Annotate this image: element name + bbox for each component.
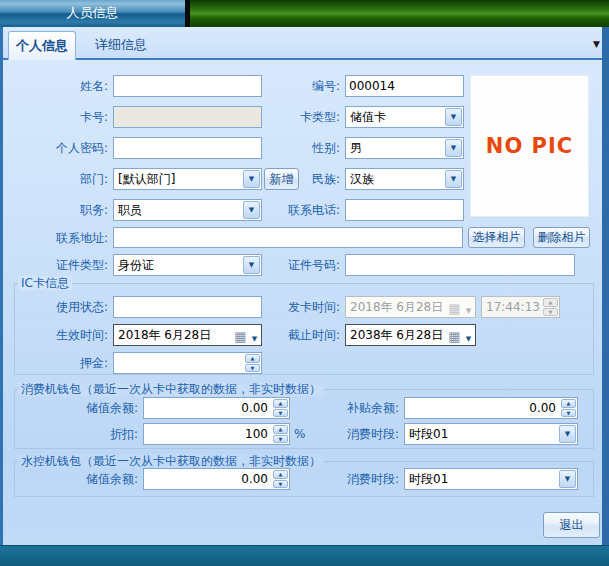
exit-button[interactable]: 退出 xyxy=(543,512,600,538)
effective-time-label: 生效时间: xyxy=(5,324,108,346)
spin-down-icon xyxy=(543,308,558,317)
water-stored-balance-spinner[interactable]: 0.00 xyxy=(143,468,290,490)
stored-balance-spinner[interactable]: 0.00 xyxy=(143,397,290,419)
position-label: 职务: xyxy=(5,199,108,221)
spin-down-icon[interactable] xyxy=(245,364,260,373)
consume-period-select[interactable]: 时段01 xyxy=(404,423,578,445)
card-type-label: 卡类型: xyxy=(240,106,340,128)
chevron-down-icon[interactable] xyxy=(593,40,600,49)
water-period-value: 时段01 xyxy=(405,469,558,489)
chevron-down-icon[interactable] xyxy=(445,139,462,157)
tab-personal-info[interactable]: 个人信息 xyxy=(8,31,76,60)
ethnicity-value: 汉族 xyxy=(346,169,444,189)
discount-label: 折扣: xyxy=(10,423,138,445)
status-bar xyxy=(0,545,609,566)
water-stored-balance-value: 0.00 xyxy=(144,469,272,489)
water-period-label: 消费时段: xyxy=(295,468,399,490)
select-photo-button-label: 选择相片 xyxy=(473,229,521,246)
ic-card-group-title: IC卡信息 xyxy=(18,276,72,290)
window-left-edge xyxy=(0,27,3,545)
spin-down-icon[interactable] xyxy=(273,435,288,444)
gender-select[interactable]: 男 xyxy=(345,137,464,159)
titlebar: 人员信息 xyxy=(0,0,609,27)
chevron-down-icon[interactable] xyxy=(559,425,576,443)
spin-up-icon[interactable] xyxy=(245,354,260,363)
chevron-down-icon[interactable] xyxy=(462,326,475,345)
number-input[interactable] xyxy=(345,75,464,97)
tabstrip: 个人信息 详细信息 xyxy=(0,27,609,60)
deposit-label: 押金: xyxy=(5,352,108,374)
stored-balance-label: 储值余额: xyxy=(10,397,138,419)
spin-down-icon[interactable] xyxy=(561,409,576,418)
department-value: [默认部门] xyxy=(114,169,242,189)
window-tab-personnel[interactable]: 人员信息 xyxy=(0,0,185,27)
consume-period-value: 时段01 xyxy=(405,424,558,444)
card-type-select[interactable]: 储值卡 xyxy=(345,106,464,128)
discount-value: 100 xyxy=(144,424,272,444)
password-label: 个人密码: xyxy=(5,137,108,159)
water-stored-balance-label: 储值余额: xyxy=(10,468,138,490)
chevron-down-icon[interactable] xyxy=(445,108,462,126)
card-no-label: 卡号: xyxy=(5,106,108,128)
tab-detail-info-label: 详细信息 xyxy=(95,37,147,52)
water-period-select[interactable]: 时段01 xyxy=(404,468,578,490)
no-pic-text: NO PIC xyxy=(486,134,573,158)
issue-date-picker: 2018年 6月28日 xyxy=(345,296,476,318)
expiry-date-picker[interactable]: 2038年 6月28日 xyxy=(345,324,476,346)
address-input[interactable] xyxy=(113,227,463,248)
chevron-down-icon[interactable] xyxy=(445,170,462,188)
position-value: 职员 xyxy=(114,200,242,220)
subsidy-balance-spinner[interactable]: 0.00 xyxy=(404,397,578,419)
id-type-value: 身份证 xyxy=(114,255,242,275)
chevron-down-icon[interactable] xyxy=(559,470,576,488)
issue-time-spinner: 17:44:13 xyxy=(481,296,560,318)
select-photo-button[interactable]: 选择相片 xyxy=(468,227,525,248)
window-title: 人员信息 xyxy=(67,5,119,20)
delete-photo-button[interactable]: 删除相片 xyxy=(533,227,590,248)
issue-time-value: 17:44:13 xyxy=(482,297,542,317)
spin-down-icon[interactable] xyxy=(273,409,288,418)
delete-photo-button-label: 删除相片 xyxy=(538,229,586,246)
tab-personal-info-label: 个人信息 xyxy=(16,38,68,53)
spin-up-icon[interactable] xyxy=(273,399,288,408)
spin-up-icon xyxy=(543,298,558,307)
expiry-date-value: 2038年 6月28日 xyxy=(346,327,447,344)
spin-up-icon[interactable] xyxy=(273,470,288,479)
personnel-info-window: 人员信息 个人信息 详细信息 姓名: 编号: NO PIC 卡号: 卡类型: 储… xyxy=(0,0,609,566)
subsidy-balance-value: 0.00 xyxy=(405,398,560,418)
spin-down-icon[interactable] xyxy=(273,480,288,489)
spin-up-icon[interactable] xyxy=(273,425,288,434)
consume-period-label: 消费时段: xyxy=(295,423,399,445)
titlebar-green-strip xyxy=(190,0,609,27)
ethnicity-select[interactable]: 汉族 xyxy=(345,168,464,190)
spin-up-icon[interactable] xyxy=(561,399,576,408)
id-type-label: 证件类型: xyxy=(5,254,108,276)
name-label: 姓名: xyxy=(5,75,108,97)
discount-spinner[interactable]: 100 xyxy=(143,423,290,445)
id-number-label: 证件号码: xyxy=(240,254,340,276)
card-type-value: 储值卡 xyxy=(346,107,444,127)
calendar-icon xyxy=(447,326,462,345)
window-right-edge xyxy=(602,27,609,545)
deposit-value xyxy=(114,353,244,373)
consumer-wallet-group-title: 消费机钱包（最近一次从卡中获取的数据，非实时数据） xyxy=(18,382,324,396)
phone-label: 联系电话: xyxy=(240,199,340,221)
expiry-time-label: 截止时间: xyxy=(240,324,340,346)
tab-detail-info[interactable]: 详细信息 xyxy=(82,31,160,60)
subsidy-balance-label: 补贴余额: xyxy=(295,397,399,419)
id-number-input[interactable] xyxy=(345,254,575,276)
usage-status-label: 使用状态: xyxy=(5,296,108,318)
address-label: 联系地址: xyxy=(5,227,108,249)
chevron-down-icon xyxy=(462,298,475,317)
department-label: 部门: xyxy=(5,168,108,190)
effective-date-value: 2018年 6月28日 xyxy=(114,327,233,344)
gender-label: 性别: xyxy=(240,137,340,159)
gender-value: 男 xyxy=(346,138,444,158)
issue-time-label: 发卡时间: xyxy=(240,296,340,318)
deposit-spinner[interactable] xyxy=(113,352,262,374)
photo-placeholder: NO PIC xyxy=(470,75,589,217)
phone-input[interactable] xyxy=(345,199,464,221)
ethnicity-label: 民族: xyxy=(240,168,340,190)
exit-button-label: 退出 xyxy=(560,517,584,534)
issue-date-value: 2018年 6月28日 xyxy=(346,299,447,316)
